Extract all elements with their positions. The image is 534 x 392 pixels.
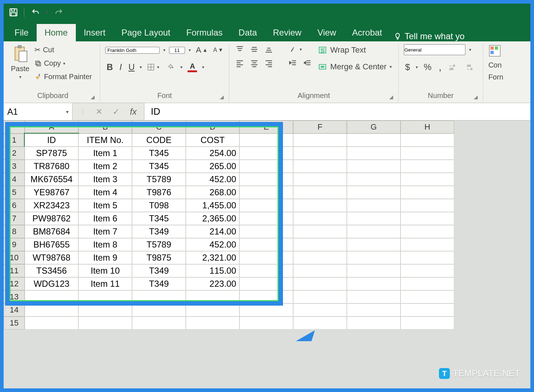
cell-C15[interactable] (132, 317, 186, 330)
alignment-launcher-icon[interactable]: ◢ (389, 94, 393, 100)
wrap-text-button[interactable]: Wrap Text (316, 44, 393, 56)
cell-E8[interactable] (239, 225, 293, 238)
fx-icon[interactable]: fx (130, 107, 137, 117)
cell-E7[interactable] (239, 212, 293, 225)
undo-dropdown[interactable]: ▾ (46, 10, 48, 15)
row-header-14[interactable]: 14 (4, 303, 25, 317)
cell-A3[interactable]: TR87680 (25, 160, 78, 173)
increase-decimal-button[interactable]: ←.0.00 (447, 62, 460, 72)
name-box-dropdown[interactable]: ▾ (66, 109, 69, 115)
font-name-dropdown[interactable]: ▾ (163, 48, 165, 53)
copy-dropdown[interactable]: ▾ (63, 61, 65, 66)
copy-button[interactable]: Copy ▾ (33, 58, 93, 69)
cell-E9[interactable] (239, 238, 293, 251)
cell-D4[interactable]: 452.00 (186, 173, 239, 186)
col-header-D[interactable]: D (186, 121, 239, 134)
dots-icon[interactable]: ⋮ (80, 108, 86, 115)
currency-button[interactable]: $ (404, 61, 411, 73)
cell-A13[interactable] (25, 290, 78, 303)
percent-button[interactable]: % (422, 61, 433, 73)
conditional-formatting-icon[interactable] (488, 44, 501, 57)
cell-G5[interactable] (347, 186, 400, 199)
col-header-H[interactable]: H (400, 121, 454, 134)
cell-E1[interactable] (239, 134, 293, 147)
cell-A9[interactable]: BH67655 (25, 238, 78, 251)
cell-C4[interactable]: T5789 (132, 173, 186, 186)
cell-E4[interactable] (239, 173, 293, 186)
decrease-indent-button[interactable] (287, 58, 298, 68)
cell-E6[interactable] (239, 199, 293, 212)
font-size-input[interactable] (169, 47, 185, 54)
cell-F12[interactable] (293, 277, 347, 290)
cell-E5[interactable] (239, 186, 293, 199)
cell-F7[interactable] (293, 212, 347, 225)
merge-dropdown[interactable]: ▾ (390, 64, 392, 69)
cell-G7[interactable] (347, 212, 400, 225)
cell-C6[interactable]: T098 (132, 199, 186, 212)
cell-H13[interactable] (400, 290, 454, 303)
tab-formulas[interactable]: Formulas (178, 24, 231, 41)
tab-file[interactable]: File (7, 24, 37, 41)
font-size-dropdown[interactable]: ▾ (189, 48, 191, 53)
tab-page-layout[interactable]: Page Layout (114, 24, 178, 41)
cell-D12[interactable]: 223.00 (186, 277, 239, 290)
align-bottom-button[interactable] (263, 44, 274, 54)
align-center-button[interactable] (249, 58, 260, 68)
tab-view[interactable]: View (309, 24, 344, 41)
cell-F10[interactable] (293, 251, 347, 264)
cell-B9[interactable]: Item 8 (78, 238, 132, 251)
cell-H14[interactable] (400, 303, 454, 317)
cell-H9[interactable] (400, 238, 454, 251)
align-left-button[interactable] (234, 58, 245, 68)
cell-G1[interactable] (347, 134, 400, 147)
cell-D7[interactable]: 2,365.00 (186, 212, 239, 225)
cell-C12[interactable]: T349 (132, 277, 186, 290)
cell-B1[interactable]: ITEM No. (78, 134, 132, 147)
cell-C7[interactable]: T345 (132, 212, 186, 225)
undo-icon[interactable] (30, 8, 41, 17)
cell-F14[interactable] (293, 303, 347, 317)
cell-G11[interactable] (347, 264, 400, 277)
cell-D13[interactable] (186, 290, 239, 303)
cell-A4[interactable]: MK676554 (25, 173, 78, 186)
cell-B7[interactable]: Item 6 (78, 212, 132, 225)
currency-dropdown[interactable]: ▾ (416, 65, 418, 70)
cell-D3[interactable]: 265.00 (186, 160, 239, 173)
format-painter-button[interactable]: Format Painter (33, 72, 93, 82)
cell-F11[interactable] (293, 264, 347, 277)
cell-G8[interactable] (347, 225, 400, 238)
cell-C10[interactable]: T9875 (132, 251, 186, 264)
cell-B10[interactable]: Item 9 (78, 251, 132, 264)
fill-color-dropdown[interactable]: ▾ (180, 65, 182, 70)
cell-G13[interactable] (347, 290, 400, 303)
cell-C14[interactable] (132, 303, 186, 317)
cut-button[interactable]: ✂ Cut (33, 44, 93, 55)
cell-E15[interactable] (239, 317, 293, 330)
cell-B3[interactable]: Item 2 (78, 160, 132, 173)
cell-D1[interactable]: COST (186, 134, 239, 147)
row-header-2[interactable]: 2 (4, 147, 25, 160)
cell-H15[interactable] (400, 317, 454, 330)
row-header-15[interactable]: 15 (4, 317, 25, 330)
row-header-5[interactable]: 5 (4, 186, 25, 199)
cell-F2[interactable] (293, 147, 347, 160)
merge-center-button[interactable]: Merge & Center ▾ (316, 61, 393, 73)
borders-button[interactable]: ▾ (145, 62, 161, 72)
cell-A7[interactable]: PW98762 (25, 212, 78, 225)
cell-F9[interactable] (293, 238, 347, 251)
cell-E14[interactable] (239, 303, 293, 317)
cell-A5[interactable]: YE98767 (25, 186, 78, 199)
cell-B5[interactable]: Item 4 (78, 186, 132, 199)
cell-D11[interactable]: 115.00 (186, 264, 239, 277)
increase-font-button[interactable]: A▴ (194, 44, 208, 56)
cell-H10[interactable] (400, 251, 454, 264)
cell-G6[interactable] (347, 199, 400, 212)
tab-home[interactable]: Home (37, 24, 76, 41)
cell-B12[interactable]: Item 11 (78, 277, 132, 290)
number-format-select[interactable] (404, 44, 465, 55)
cell-D14[interactable] (186, 303, 239, 317)
row-header-7[interactable]: 7 (4, 212, 25, 225)
paste-icon[interactable] (12, 44, 28, 63)
cell-F1[interactable] (293, 134, 347, 147)
font-launcher-icon[interactable]: ◢ (220, 94, 224, 100)
